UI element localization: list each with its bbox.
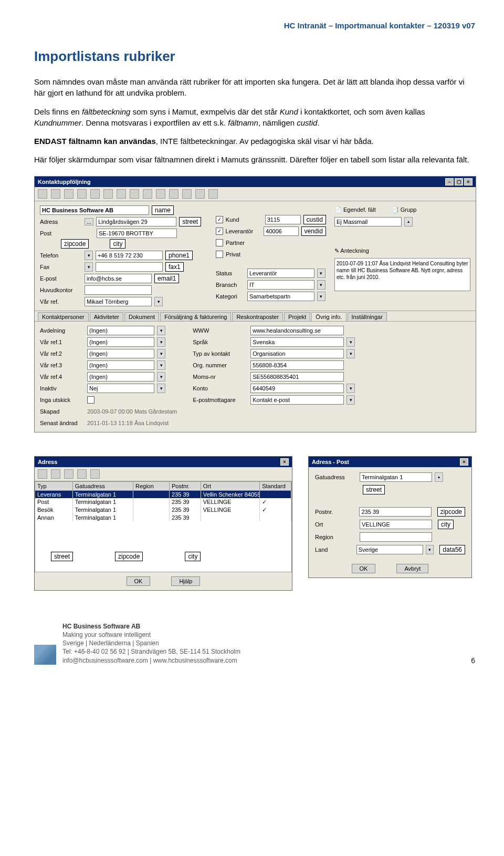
- dropdown-icon[interactable]: ▾: [157, 384, 165, 393]
- spin-up-icon[interactable]: ▴: [404, 217, 413, 226]
- col[interactable]: Region: [133, 482, 170, 490]
- postnr-field[interactable]: 235 39: [359, 507, 431, 517]
- dropdown-icon[interactable]: ▾: [157, 360, 165, 370]
- checkbox-privat[interactable]: [216, 251, 223, 258]
- dropdown-icon[interactable]: ▾: [346, 337, 355, 347]
- field[interactable]: Kontakt e-post: [250, 395, 344, 405]
- toolbar-icon[interactable]: [195, 189, 205, 199]
- col[interactable]: Standard: [260, 482, 291, 490]
- levnr-field[interactable]: 40006: [264, 226, 298, 236]
- tab-installningar[interactable]: Inställningar: [348, 312, 387, 321]
- dropdown-icon[interactable]: ▾: [317, 269, 326, 278]
- postline-field[interactable]: SE-19670 BROTTBY: [97, 229, 177, 238]
- toolbar-icon[interactable]: [38, 189, 47, 199]
- table-row[interactable]: LeveransTerminalgatan 1235 39Vellin Sche…: [35, 491, 291, 498]
- label-egendef[interactable]: 📄 Egendef. fält: [334, 207, 376, 213]
- spin-icon[interactable]: ▴: [435, 472, 443, 482]
- tab-forsaljning[interactable]: Försäljning & fakturering: [160, 312, 231, 321]
- tab-aktiviteter[interactable]: Aktiviteter: [90, 312, 123, 321]
- close-icon[interactable]: ×: [280, 458, 289, 466]
- dropdown-icon[interactable]: ▾: [85, 251, 93, 260]
- label-grupp[interactable]: 📑 Grupp: [392, 207, 417, 213]
- close-icon[interactable]: ×: [460, 458, 468, 466]
- status-field[interactable]: Leverantör: [247, 269, 314, 278]
- toolbar-icon[interactable]: [77, 469, 87, 479]
- field[interactable]: Organisation: [250, 349, 344, 358]
- table-row[interactable]: PostTerminalgatan 1235 39VELLINGE✓: [35, 498, 291, 506]
- street-field[interactable]: Lindgårdsvägen 29: [96, 217, 176, 226]
- toolbar-icon[interactable]: [51, 189, 60, 199]
- kundnr-field[interactable]: 3115: [265, 215, 301, 224]
- dropdown-icon[interactable]: ▾: [426, 545, 434, 554]
- field[interactable]: (Ingen): [87, 360, 154, 370]
- help-button[interactable]: Hjälp: [171, 576, 200, 586]
- ort-field[interactable]: VELLINGE: [360, 520, 432, 529]
- field[interactable]: (Ingen): [87, 326, 154, 335]
- phone-field[interactable]: +46 8 519 72 230: [96, 251, 163, 260]
- field[interactable]: 6440549: [250, 384, 344, 393]
- toolbar-icon[interactable]: [77, 189, 87, 199]
- tab-ovrig-active[interactable]: Övrig info.: [311, 312, 346, 321]
- checkbox[interactable]: [87, 396, 94, 404]
- dropdown-icon[interactable]: ▾: [157, 337, 165, 347]
- field[interactable]: (Ingen): [87, 349, 154, 358]
- toolbar-icon[interactable]: [143, 189, 152, 199]
- dropdown-icon[interactable]: ▾: [85, 262, 93, 272]
- field[interactable]: www.healandconsulting.se: [250, 326, 344, 335]
- dropdown-icon[interactable]: ▾: [317, 280, 326, 290]
- ok-button[interactable]: OK: [127, 576, 151, 586]
- checkbox-partner[interactable]: [216, 239, 223, 246]
- dropdown-icon[interactable]: ▾: [346, 349, 355, 358]
- gatu-field[interactable]: Terminalgatan 1: [360, 472, 432, 482]
- toolbar-icon[interactable]: [130, 189, 139, 199]
- table-row[interactable]: AnnanTerminalgatan 1235 39: [35, 514, 291, 521]
- dropdown-icon[interactable]: ▾: [346, 395, 355, 405]
- toolbar-icon[interactable]: [90, 189, 100, 199]
- dropdown-icon[interactable]: ▾: [157, 372, 165, 381]
- toolbar-icon[interactable]: [117, 189, 126, 199]
- dropdown-icon[interactable]: ▾: [157, 349, 165, 358]
- checkbox-kund[interactable]: ✓: [216, 216, 223, 223]
- field[interactable]: Svenska: [250, 337, 344, 347]
- checkbox-leverantor[interactable]: ✓: [216, 228, 223, 235]
- field[interactable]: 556808-8354: [250, 360, 344, 370]
- field[interactable]: SE556808835401: [250, 372, 344, 381]
- toolbar-icon[interactable]: [64, 469, 74, 479]
- maximize-icon[interactable]: ▢: [455, 178, 463, 185]
- toolbar-icon[interactable]: [208, 189, 218, 199]
- col[interactable]: Ort: [201, 482, 260, 490]
- toolbar-icon[interactable]: [169, 189, 178, 199]
- col[interactable]: Typ: [35, 482, 73, 490]
- note-field[interactable]: 2010-07-09 11:07 Åsa Lindqvist Heland Co…: [334, 258, 470, 291]
- dropdown-icon[interactable]: ▾: [157, 326, 165, 335]
- dropdown-icon[interactable]: ▾: [317, 292, 326, 301]
- toolbar-icon[interactable]: [156, 189, 165, 199]
- toolbar-icon[interactable]: [38, 469, 47, 479]
- col[interactable]: Postnr.: [170, 482, 201, 490]
- close-icon[interactable]: ×: [464, 178, 472, 185]
- cancel-button[interactable]: Avbryt: [396, 564, 428, 573]
- field[interactable]: Nej: [87, 384, 154, 393]
- land-field[interactable]: Sverige: [356, 545, 424, 554]
- field[interactable]: (Ingen): [87, 372, 154, 381]
- massmail-field[interactable]: Ej Massmail: [334, 217, 402, 226]
- col[interactable]: Gatuadress: [73, 482, 133, 490]
- field[interactable]: (Ingen): [87, 337, 154, 347]
- toolbar-icon[interactable]: [182, 189, 192, 199]
- ellipsis-button[interactable]: ...: [85, 218, 93, 225]
- toolbar-icon[interactable]: [90, 469, 100, 479]
- table-row[interactable]: BesökTerminalgatan 1235 39VELLINGE✓: [35, 506, 291, 514]
- dropdown-icon[interactable]: ▾: [346, 384, 355, 393]
- tab-dokument[interactable]: Dokument: [124, 312, 159, 321]
- tab-reskontraposter[interactable]: Reskontraposter: [232, 312, 283, 321]
- tab-projekt[interactable]: Projekt: [284, 312, 310, 321]
- region-field[interactable]: [360, 532, 432, 542]
- minimize-icon[interactable]: –: [445, 178, 454, 185]
- dropdown-icon[interactable]: ▾: [154, 297, 163, 306]
- varref-field[interactable]: Mikael Törnberg: [85, 297, 152, 306]
- toolbar-icon[interactable]: [103, 189, 113, 199]
- fax-field[interactable]: [96, 262, 163, 272]
- company-field[interactable]: HC Business Software AB: [40, 205, 149, 215]
- toolbar-icon[interactable]: [51, 469, 60, 479]
- email-field[interactable]: info@hcbs.se: [85, 274, 152, 283]
